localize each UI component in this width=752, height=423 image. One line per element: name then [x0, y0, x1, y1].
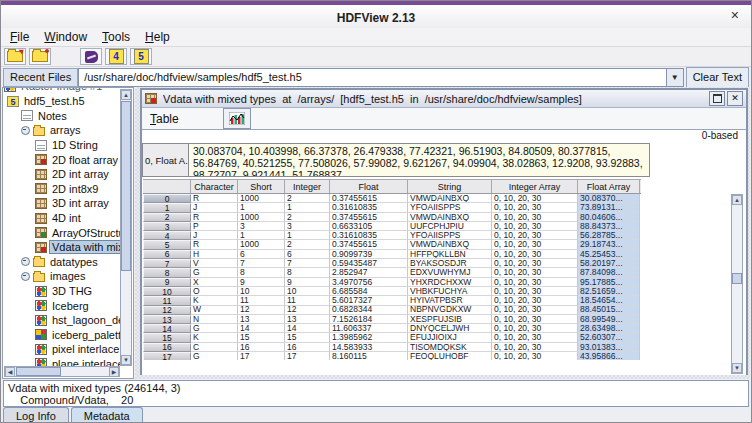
table-cell[interactable]: 8	[285, 268, 330, 277]
tree-item[interactable]: plane interlace	[4, 357, 120, 366]
tree-item[interactable]: 1D String	[4, 138, 120, 153]
table-cell[interactable]: K	[191, 333, 238, 342]
tree-item[interactable]: Iceberg	[4, 298, 120, 313]
scroll-right-icon[interactable]: ▶	[109, 367, 119, 377]
table-cell[interactable]: 1000	[238, 213, 285, 222]
table-cell[interactable]: 80.04606...	[578, 213, 640, 222]
recent-files-button[interactable]: Recent Files	[3, 68, 78, 87]
column-header-integer[interactable]: Integer	[285, 180, 330, 193]
table-cell[interactable]: 9	[238, 278, 285, 287]
clear-text-button[interactable]: Clear Text	[686, 67, 749, 88]
tree-item[interactable]: pixel interlace	[4, 342, 120, 357]
table-cell[interactable]: 15	[238, 333, 285, 342]
menu-item-table[interactable]: Table	[150, 112, 179, 126]
table-cell[interactable]: BYAKSOSDJR	[408, 259, 492, 268]
table-cell[interactable]: 0, 10, 20, 30	[492, 203, 578, 212]
table-cell[interactable]: 14	[285, 324, 330, 333]
column-header-character[interactable]: Character	[191, 180, 238, 193]
table-cell[interactable]: 0, 10, 20, 30	[492, 213, 578, 222]
table-cell[interactable]: N	[191, 315, 238, 324]
tree-expander-icon[interactable]	[21, 257, 30, 266]
tree-item[interactable]: Notes	[4, 109, 120, 124]
row-header[interactable]: 10	[143, 287, 191, 296]
tree-item[interactable]: 3D int array	[4, 196, 120, 211]
table-vertical-scrollbar[interactable]: ▲ ▼	[731, 194, 743, 374]
table-cell[interactable]: 11	[238, 296, 285, 305]
table-cell[interactable]: NBPNVGDKXW	[408, 306, 492, 315]
table-cell[interactable]: J	[191, 231, 238, 240]
table-cell[interactable]: 0, 10, 20, 30	[492, 296, 578, 305]
table-cell[interactable]: 30.08370...	[578, 194, 640, 203]
table-cell[interactable]: 16	[238, 343, 285, 352]
table-cell[interactable]: 11	[285, 296, 330, 305]
column-header-string[interactable]: String	[408, 180, 492, 193]
table-cell[interactable]: R	[191, 240, 238, 249]
table-cell[interactable]: 0, 10, 20, 30	[492, 333, 578, 342]
table-cell[interactable]: YHXRDCHXXW	[408, 278, 492, 287]
table-cell[interactable]: 87.84098...	[578, 268, 640, 277]
tree-expander-icon[interactable]	[21, 272, 30, 281]
table-cell[interactable]: 9	[285, 278, 330, 287]
table-cell[interactable]: XESPFUJSIB	[408, 315, 492, 324]
table-cell[interactable]: YFOAIISPPS	[408, 203, 492, 212]
tree-item[interactable]: iceberg_palette	[4, 328, 120, 343]
table-cell[interactable]: V	[191, 259, 238, 268]
table-cell[interactable]: HFFPQKLLBN	[408, 250, 492, 259]
table-cell[interactable]: FEOQLUHOBF	[408, 352, 492, 360]
row-header[interactable]: 4	[143, 231, 191, 240]
table-cell[interactable]: 0, 10, 20, 30	[492, 343, 578, 352]
table-cell[interactable]: 0.37455615	[330, 240, 408, 249]
combo-dropdown-arrow-icon[interactable]: ▼	[666, 68, 684, 87]
table-cell[interactable]: 0, 10, 20, 30	[492, 240, 578, 249]
table-cell[interactable]: 10	[285, 287, 330, 296]
table-cell[interactable]: W	[191, 306, 238, 315]
table-cell[interactable]: 93.01383...	[578, 343, 640, 352]
tree-item[interactable]: Vdata with mixed ty	[4, 240, 120, 255]
table-cell[interactable]: 1000	[238, 194, 285, 203]
table-cell[interactable]: 10	[238, 287, 285, 296]
scroll-thumb[interactable]	[16, 367, 61, 376]
table-cell[interactable]: J	[191, 203, 238, 212]
table-cell[interactable]: K	[191, 296, 238, 305]
table-cell[interactable]: 43.95866...	[578, 352, 640, 360]
table-cell[interactable]: 0, 10, 20, 30	[492, 231, 578, 240]
table-cell[interactable]: UUFCPHJPIU	[408, 222, 492, 231]
chart-button[interactable]	[223, 108, 251, 129]
table-cell[interactable]: G	[191, 352, 238, 360]
column-header-float-array[interactable]: Float Array	[578, 180, 640, 193]
table-cell[interactable]: 12	[285, 306, 330, 315]
table-cell[interactable]: VHBKFUCHYA	[408, 287, 492, 296]
table-cell[interactable]: 0.59435487	[330, 259, 408, 268]
table-cell[interactable]: 0.37455615	[330, 194, 408, 203]
row-header[interactable]: 12	[143, 306, 191, 315]
table-cell[interactable]: 8.160115	[330, 352, 408, 360]
table-cell[interactable]: 0.31610835	[330, 203, 408, 212]
table-cell[interactable]: 0.31610835	[330, 231, 408, 240]
table-cell[interactable]: 5.6017327	[330, 296, 408, 305]
table-cell[interactable]: 88.45015...	[578, 306, 640, 315]
row-header[interactable]: 3	[143, 222, 191, 231]
tab-log-info[interactable]: Log Info	[3, 407, 69, 423]
dataset-frame-titlebar[interactable]: Vdata with mixed types at /arrays/ [hdf5…	[142, 90, 746, 108]
table-cell[interactable]: 1	[285, 231, 330, 240]
table-cell[interactable]: X	[191, 278, 238, 287]
table-cell[interactable]: 7.1526184	[330, 315, 408, 324]
table-cell[interactable]: 13	[285, 315, 330, 324]
row-header[interactable]: 15	[143, 333, 191, 342]
table-cell[interactable]: 52.60307...	[578, 333, 640, 342]
column-header-float[interactable]: Float	[330, 180, 408, 193]
table-cell[interactable]: YFOAIISPPS	[408, 231, 492, 240]
table-cell[interactable]: 68.99549...	[578, 315, 640, 324]
table-cell[interactable]: 82.51659...	[578, 287, 640, 296]
table-cell[interactable]: 0, 10, 20, 30	[492, 306, 578, 315]
row-header[interactable]: 2	[143, 213, 191, 222]
tab-metadata[interactable]: Metadata	[71, 407, 143, 423]
table-cell[interactable]: 17	[238, 352, 285, 360]
table-cell[interactable]: 0.6828344	[330, 306, 408, 315]
scroll-down-icon[interactable]: ▼	[732, 363, 742, 373]
table-cell[interactable]: 0.37455615	[330, 213, 408, 222]
row-header[interactable]: 0	[143, 194, 191, 203]
table-cell[interactable]: 15	[285, 333, 330, 342]
table-cell[interactable]: 95.17885...	[578, 278, 640, 287]
table-cell[interactable]: 0.9099739	[330, 250, 408, 259]
